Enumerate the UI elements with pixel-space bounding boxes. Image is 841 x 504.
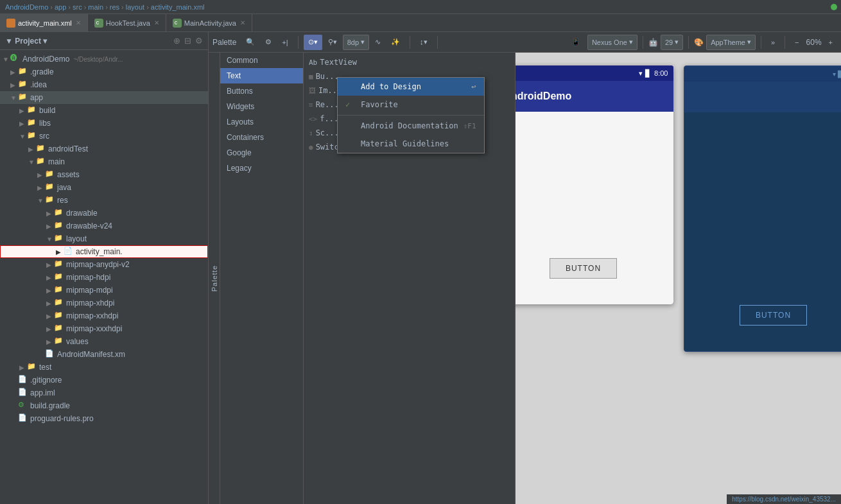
tree-item-mipmap-mdpi[interactable]: ▶ 📁 mipmap-mdpi [0,284,208,297]
designer-canvas: ▾ ▊ 8:00 AndroidDemo BUTTON [516,53,841,504]
context-menu-favorite[interactable]: ✓ Favorite [338,96,484,114]
palette-cat-widgets[interactable]: Widgets [220,99,303,114]
breadcrumb-item[interactable]: AndroidDemo [5,3,48,11]
palette-cat-google[interactable]: Google [220,145,303,161]
shortcut-label: ⇧F1 [464,122,476,130]
tree-item-gradle[interactable]: ▶ 📁 .gradle [0,65,208,78]
tree-item-layout[interactable]: ▼ 📁 layout [0,232,208,245]
tree-item-mipmap-xxhdpi[interactable]: ▶ 📁 mipmap-xxhdpi [0,309,208,322]
palette-vertical-label: Palette [211,265,218,291]
tree-label: androidTest [48,144,88,153]
tree-item-androidmanifest[interactable]: ▶ 📄 AndroidManifest.xm [0,348,208,361]
tree-item-drawable-v24[interactable]: ▶ 📁 drawable-v24 [0,220,208,232]
tree-item-drawable[interactable]: ▶ 📁 drawable [0,207,208,220]
tree-item-idea[interactable]: ▶ 📁 .idea [0,78,208,91]
tree-item-java[interactable]: ▶ 📁 java [0,181,208,194]
tree-label: mipmap-anydpi-v2 [66,260,130,269]
tree-item-proguard[interactable]: ▶ 📄 proguard-rules.pro [0,412,208,425]
palette-settings-button[interactable]: ⚙ [261,35,276,50]
palette-cat-layouts[interactable]: Layouts [220,114,303,130]
tree-item-gitignore[interactable]: ▶ 📄 .gitignore [0,374,208,387]
tab-activity-main[interactable]: activity_main.xml ✕ [0,14,88,32]
project-icon: 🅐 [10,54,21,64]
wifi-icon: ▾ [639,69,643,78]
tree-label: main [48,157,65,166]
tree-item-app-iml[interactable]: ▶ 📄 app.iml [0,387,208,399]
context-menu-material[interactable]: Material Guidelines [338,135,484,153]
status-indicator [831,4,837,10]
breadcrumb-bar: AndroidDemo › app › src › main › res › l… [0,0,841,14]
palette-add-button[interactable]: +| [277,35,292,50]
palette-item-textview[interactable]: Ab TextView [304,55,515,69]
baseline-button[interactable]: ↨▾ [415,35,432,50]
chevron-down-icon: ▾ [675,38,679,46]
collapse-icon[interactable]: ⊟ [184,36,191,46]
toolbar-separator [298,36,299,49]
constraint-button[interactable]: ∿ [370,35,385,50]
project-sidebar: ▼ Project ▾ ⊕ ⊟ ⚙ ▼ 🅐 AndroidDemo ~/Desk… [0,32,209,504]
tree-item-assets[interactable]: ▶ 📁 assets [0,168,208,181]
blueprint-time: ▾ ▊ 8:00 [833,71,841,78]
zoom-out-button[interactable]: − [790,35,803,50]
tree-item-mipmap-xhdpi[interactable]: ▶ 📁 mipmap-xhdpi [0,297,208,309]
tab-close-button[interactable]: ✕ [76,19,81,26]
tree-item-test[interactable]: ▶ 📁 test [0,361,208,374]
sync-icon[interactable]: ⊕ [173,36,180,46]
tree-item-values[interactable]: ▶ 📁 values [0,335,208,348]
more-button[interactable]: » [767,35,779,50]
palette-cat-containers[interactable]: Containers [220,130,303,145]
context-menu-android-docs[interactable]: Android Documentation ⇧F1 [338,117,484,135]
tab-close-button[interactable]: ✕ [154,19,159,26]
tree-item-activity-main[interactable]: ▶ 📄 activity_main. [0,245,208,258]
menu-item-label: Add to Design [361,82,421,91]
tree-item-src[interactable]: ▼ 📁 src [0,130,208,143]
tree-label: mipmap-mdpi [66,286,113,295]
tree-item-res[interactable]: ▼ 📁 res [0,194,208,207]
tree-item-mipmap-hdpi[interactable]: ▶ 📁 mipmap-hdpi [0,271,208,284]
palette-cat-common[interactable]: Common [220,53,303,68]
sidebar-header: ▼ Project ▾ ⊕ ⊟ ⚙ [0,32,208,50]
palette-item-label: Sc... [316,128,339,137]
magic-button[interactable]: ✨ [386,35,404,50]
tree-label: src [39,132,49,141]
zoom-in-button[interactable]: + [824,35,837,50]
tab-close-button[interactable]: ✕ [240,19,245,26]
folder-icon: 📁 [27,105,37,116]
device-dropdown[interactable]: Nexus One ▾ [587,35,637,50]
breadcrumb-item[interactable]: app [55,3,66,11]
palette-cat-text[interactable]: Text [220,68,303,83]
breadcrumb-item[interactable]: layout [126,3,144,11]
toolbar-sep-4 [643,36,643,49]
palette-cat-buttons[interactable]: Buttons [220,83,303,99]
sidebar-tree: ▼ 🅐 AndroidDemo ~/Desktop/Andr... ▶ 📁 .g… [0,50,208,504]
tree-item-mipmap-anydpi[interactable]: ▶ 📁 mipmap-anydpi-v2 [0,258,208,271]
design-view-button[interactable]: ⊙▾ [304,35,322,50]
breadcrumb-item[interactable]: main [88,3,103,11]
tree-item-mipmap-xxxhdpi[interactable]: ▶ 📁 mipmap-xxxhdpi [0,322,208,335]
tree-label: AndroidManifest.xm [57,350,125,359]
margin-dropdown[interactable]: 8dp ▾ [343,35,369,50]
tree-item-build[interactable]: ▶ 📁 build [0,104,208,117]
tree-item-main[interactable]: ▼ 📁 main [0,155,208,168]
view-controls: ⊙▾ ⚲▾ 8dp ▾ ∿ ✨ [304,35,404,50]
tree-item-androidtest[interactable]: ▶ 📁 androidTest [0,143,208,155]
breadcrumb-item[interactable]: src [73,3,82,11]
xml-icon: 📄 [45,349,55,360]
tree-label: java [57,183,71,192]
palette-cat-legacy[interactable]: Legacy [220,161,303,176]
api-dropdown[interactable]: 29 ▾ [661,35,683,50]
breadcrumb-item[interactable]: res [110,3,119,11]
pro-icon: 📄 [18,413,28,424]
breadcrumb-item[interactable]: activity_main.xml [151,3,205,11]
palette-search-button[interactable]: 🔍 [241,35,259,50]
tree-item-app[interactable]: ▼ 📁 app [0,91,208,104]
settings-icon[interactable]: ⚙ [195,36,203,46]
tree-item-androiddemo[interactable]: ▼ 🅐 AndroidDemo ~/Desktop/Andr... [0,53,208,65]
tab-mainactivity[interactable]: c MainActivity.java ✕ [166,14,252,32]
context-menu-add-to-design[interactable]: Add to Design ↩ [338,78,484,96]
tree-item-libs[interactable]: ▶ 📁 libs [0,117,208,130]
theme-dropdown[interactable]: AppTheme ▾ [706,35,756,50]
orientation-button[interactable]: ⚲▾ [324,35,342,50]
tab-hooktest[interactable]: c HookTest.java ✕ [88,14,166,32]
tree-item-build-gradle[interactable]: ▶ ⚙ build.gradle [0,399,208,412]
